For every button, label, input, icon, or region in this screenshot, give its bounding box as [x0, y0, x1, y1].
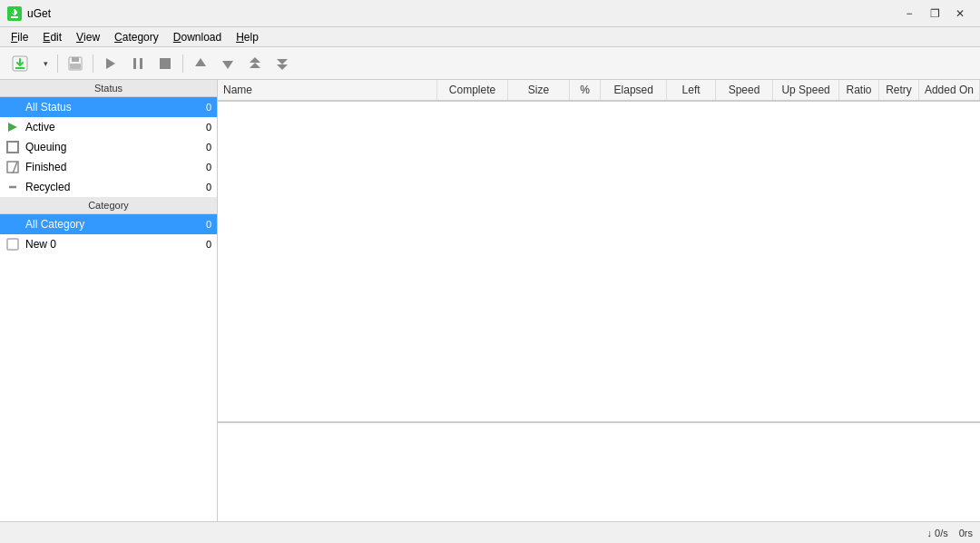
app-title: uGet	[27, 7, 51, 20]
stop-button[interactable]	[152, 51, 178, 76]
toolbar-separator-3	[182, 54, 183, 73]
svg-marker-16	[277, 64, 288, 70]
download-speed: ↓ 0/s	[926, 528, 947, 538]
menu-download[interactable]: Download	[166, 27, 229, 46]
col-header-upspeed[interactable]: Up Speed	[773, 80, 839, 100]
toolbar-separator-1	[57, 54, 58, 73]
new-download-dropdown[interactable]: ▾	[38, 51, 53, 76]
col-header-ratio[interactable]: Ratio	[839, 80, 879, 100]
svg-rect-6	[72, 57, 79, 62]
move-top-button[interactable]	[242, 51, 268, 76]
queuing-label: Queuing	[25, 141, 206, 153]
svg-rect-20	[7, 142, 18, 153]
col-header-percent[interactable]: %	[570, 80, 601, 100]
app-icon	[7, 6, 22, 21]
col-header-complete[interactable]: Complete	[437, 80, 508, 100]
new-label: New 0	[25, 238, 206, 251]
sidebar-item-all-status[interactable]: All Status 0	[0, 97, 217, 117]
new-download-button[interactable]	[4, 51, 36, 76]
col-header-size[interactable]: Size	[508, 80, 570, 100]
col-header-name[interactable]: Name	[218, 80, 437, 100]
minimize-button[interactable]: −	[897, 4, 922, 24]
new-count: 0	[206, 239, 211, 250]
svg-rect-7	[70, 64, 81, 69]
toolbar: ▾	[0, 47, 980, 80]
menu-file[interactable]: File	[4, 27, 35, 46]
all-status-count: 0	[206, 102, 211, 113]
svg-rect-11	[160, 58, 171, 69]
all-status-label: All Status	[25, 101, 206, 114]
pause-button[interactable]	[125, 51, 151, 76]
active-label: Active	[25, 121, 206, 133]
all-category-icon	[5, 217, 20, 232]
move-down-button[interactable]	[215, 51, 240, 76]
status-bar: ↓ 0/s 0rs	[0, 521, 980, 543]
close-button[interactable]: ✕	[947, 4, 973, 24]
finished-count: 0	[206, 162, 211, 173]
all-category-label: All Category	[25, 218, 206, 231]
queuing-icon	[5, 140, 20, 154]
svg-marker-8	[106, 58, 115, 69]
svg-marker-15	[250, 63, 260, 68]
status-section-header: Status	[0, 80, 217, 97]
col-header-elapsed[interactable]: Elapsed	[601, 80, 667, 100]
queuing-count: 0	[206, 142, 211, 153]
svg-point-18	[7, 102, 18, 113]
sidebar-item-recycled[interactable]: Recycled 0	[0, 177, 217, 197]
sidebar: Status All Status 0 Active 0	[0, 80, 218, 521]
svg-marker-12	[195, 58, 206, 66]
toolbar-separator-2	[93, 54, 93, 73]
category-section-header: Category	[0, 197, 217, 214]
menu-category[interactable]: Category	[107, 27, 166, 46]
sidebar-item-new[interactable]: New 0 0	[0, 234, 217, 254]
menu-help[interactable]: Help	[229, 27, 266, 46]
svg-rect-26	[7, 239, 18, 250]
menu-bar: File Edit View Category Download Help	[0, 27, 980, 47]
status-right: ↓ 0/s 0rs	[926, 528, 973, 538]
finished-icon	[5, 160, 20, 174]
restore-button[interactable]: ❐	[922, 4, 947, 24]
new-icon	[5, 237, 20, 252]
move-up-button[interactable]	[188, 51, 213, 76]
table-header: Name Complete Size % Elapsed Left Speed …	[218, 80, 980, 102]
sidebar-item-finished[interactable]: Finished 0	[0, 157, 217, 177]
svg-line-23	[13, 162, 17, 173]
col-header-speed[interactable]: Speed	[716, 80, 773, 100]
recycled-label: Recycled	[25, 181, 206, 193]
all-category-count: 0	[206, 219, 211, 230]
move-bottom-button[interactable]	[270, 51, 295, 76]
sidebar-item-queuing[interactable]: Queuing 0	[0, 137, 217, 157]
content-area: Name Complete Size % Elapsed Left Speed …	[218, 80, 980, 521]
svg-marker-13	[222, 61, 233, 69]
col-header-retry[interactable]: Retry	[879, 80, 919, 100]
svg-point-25	[7, 219, 18, 230]
recycled-icon	[5, 180, 20, 194]
svg-marker-17	[277, 59, 288, 64]
finished-label: Finished	[25, 161, 206, 173]
svg-marker-19	[8, 123, 17, 132]
all-status-icon	[5, 100, 20, 114]
play-button[interactable]	[98, 51, 123, 76]
active-count: 0	[206, 122, 211, 133]
svg-rect-10	[140, 58, 142, 69]
table-body	[218, 102, 980, 421]
bottom-panel	[218, 421, 980, 521]
menu-view[interactable]: View	[69, 27, 107, 46]
active-icon	[5, 120, 20, 134]
col-header-left[interactable]: Left	[667, 80, 716, 100]
menu-edit[interactable]: Edit	[35, 27, 69, 46]
save-button[interactable]	[63, 51, 88, 76]
upload-speed: 0rs	[959, 528, 973, 538]
svg-rect-9	[133, 58, 136, 69]
title-bar: uGet − ❐ ✕	[0, 0, 980, 27]
main-layout: Status All Status 0 Active 0	[0, 80, 980, 521]
recycled-count: 0	[206, 182, 211, 193]
col-header-addedon[interactable]: Added On	[919, 80, 980, 100]
sidebar-item-active[interactable]: Active 0	[0, 117, 217, 137]
svg-marker-14	[250, 57, 260, 63]
sidebar-item-all-category[interactable]: All Category 0	[0, 214, 217, 234]
